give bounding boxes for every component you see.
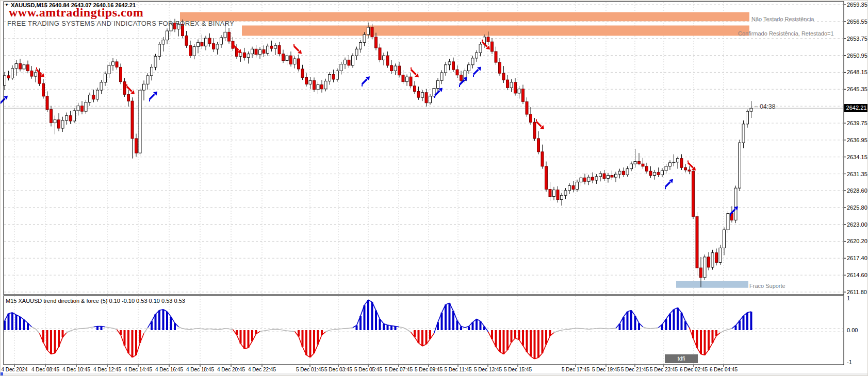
tdfi-label[interactable]: tdfi (665, 354, 698, 363)
buy-arrow-icon[interactable] (473, 66, 481, 77)
candle (35, 73, 37, 76)
zone-resistance-confirmed[interactable] (242, 25, 749, 36)
signal-arrows[interactable] (1, 40, 738, 216)
candle (317, 84, 319, 89)
candle (715, 253, 718, 263)
candle (46, 96, 48, 110)
time-axis-label: 5 Dec 05:45 (354, 367, 382, 372)
candle (321, 84, 323, 89)
candle (545, 166, 548, 190)
time-axis-label: 6 Dec 02:45 (680, 367, 708, 372)
candle (750, 108, 752, 111)
candle (533, 122, 536, 139)
candle (367, 27, 370, 35)
candle (73, 111, 76, 121)
candle (166, 31, 169, 40)
candle (274, 45, 277, 48)
candle (603, 174, 605, 178)
candle (50, 110, 53, 123)
indicator-scale-label: 1 (847, 295, 850, 301)
time-axis-label: 5 Dec 11:45 (444, 367, 472, 372)
price-axis-label: 2634.15 (847, 154, 867, 160)
candle (348, 60, 350, 65)
candle (421, 93, 424, 97)
buy-arrow-icon[interactable] (150, 92, 157, 102)
buy-arrow-icon[interactable] (362, 76, 370, 87)
candle (185, 36, 188, 45)
candle (739, 143, 741, 188)
buy-arrow-icon[interactable] (1, 96, 8, 106)
candle (386, 56, 389, 65)
candle (708, 257, 710, 267)
sell-arrow-icon[interactable] (294, 44, 302, 54)
time-axis-label: 5 Dec 21:45 (621, 367, 649, 372)
candle (7, 76, 10, 78)
time-axis[interactable]: 4 Dec 20244 Dec 08:454 Dec 10:454 Dec 12… (1, 365, 738, 372)
candle (224, 32, 226, 38)
candle (688, 170, 691, 171)
price-axis-label: 2650.95 (847, 53, 867, 59)
sell-arrow-icon[interactable] (536, 119, 544, 130)
candle (54, 120, 56, 123)
candle (263, 49, 265, 53)
candle (630, 164, 633, 168)
candle (440, 73, 443, 80)
candle (642, 164, 644, 166)
candle (371, 27, 373, 37)
zone-label-resistance-untested: Não Testado Resistência (751, 16, 814, 22)
time-axis-label: 5 Dec 13:45 (474, 367, 502, 372)
candle (417, 91, 420, 97)
zone-label-resistance-confirmed: Confirmado Resistência, Retestado=1 (738, 30, 834, 37)
price-axis[interactable]: 2659.352656.552653.752650.952648.152645.… (844, 2, 867, 365)
price-axis-label: 2659.35 (847, 2, 867, 8)
mt4-chart-window: 2659.352656.552653.752650.952648.152645.… (0, 0, 868, 376)
candle (564, 191, 567, 195)
zone-weak-support[interactable] (676, 281, 748, 288)
candle (375, 37, 378, 48)
candle (646, 166, 648, 171)
candle (332, 75, 335, 79)
candle (491, 42, 494, 52)
time-axis-label: 4 Dec 20:45 (217, 367, 245, 372)
candle (414, 86, 416, 92)
candle (359, 42, 362, 49)
candle (340, 64, 342, 71)
candle (471, 58, 474, 65)
candle (278, 45, 281, 54)
candle (15, 63, 18, 68)
buy-arrow-icon[interactable] (665, 179, 673, 190)
candle (626, 169, 629, 175)
candle (623, 171, 625, 175)
indicator-title: M15 XAUUSD trend direction & force (5) 0… (6, 298, 185, 304)
candle (526, 101, 528, 114)
time-axis-label: 5 Dec 01:45 (296, 367, 324, 372)
zone-label-weak-support: Fraco Suporte (749, 283, 785, 289)
candle (116, 62, 118, 67)
price-axis-label: 2645.35 (847, 86, 867, 92)
price-axis-label: 2620.20 (847, 238, 867, 244)
candle (595, 177, 598, 180)
candle (510, 82, 513, 88)
candle (607, 176, 610, 179)
price-zones[interactable] (180, 12, 749, 288)
candle (456, 70, 458, 75)
zone-resistance-untested[interactable] (180, 12, 749, 22)
candle (65, 115, 68, 120)
candle (193, 47, 195, 56)
candle (77, 106, 79, 111)
candle (479, 44, 482, 53)
candle (487, 37, 489, 42)
candle (146, 76, 149, 84)
time-axis-label: 5 Dec 15:45 (504, 367, 532, 372)
candle (514, 82, 517, 93)
candle (290, 56, 292, 64)
time-axis-label: 4 Dec 18:45 (186, 367, 214, 372)
candle (522, 89, 525, 102)
price-axis-label: 2631.35 (847, 171, 867, 177)
candle-countdown-timer: -- 04:38 (754, 103, 775, 110)
candle (201, 42, 203, 46)
candle (568, 185, 571, 190)
candle (727, 213, 729, 230)
symbol-collapse-icon[interactable]: ▼ (5, 3, 9, 7)
price-chart-canvas[interactable]: 2659.352656.552653.752650.952648.152645.… (1, 1, 868, 376)
